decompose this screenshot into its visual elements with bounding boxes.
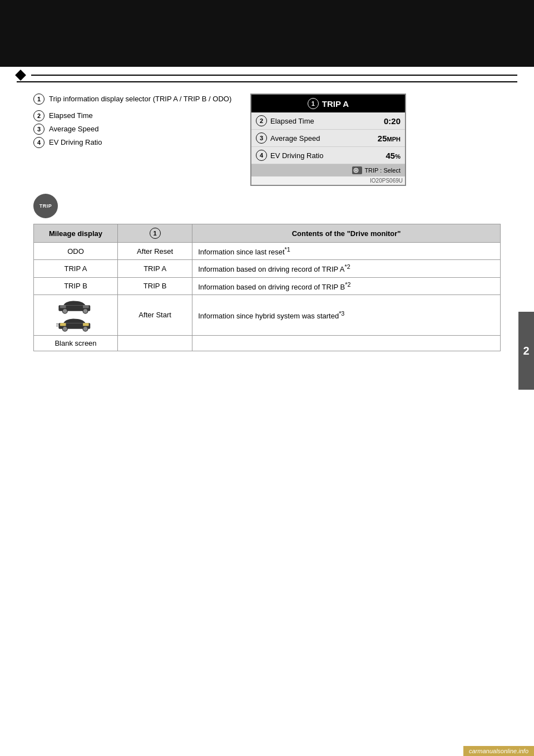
screen-circle-4: 4 — [256, 150, 267, 161]
svg-point-1 — [355, 169, 357, 171]
svg-rect-6 — [83, 305, 89, 308]
screen-row-speed: 3 Average Speed 25MPH — [251, 130, 405, 147]
footer-text: TRIP : Select — [364, 167, 400, 174]
screen-circle-1: 1 — [308, 98, 319, 109]
elapsed-value: 0:20 — [384, 116, 400, 126]
display-screen: 1 TRIP A 2 Elapsed Time 0:20 3 Average S… — [250, 94, 406, 186]
item-2: 2 Elapsed Time — [33, 110, 234, 121]
col-header-circle1: 1 — [118, 224, 192, 243]
ev-label: EV Driving Ratio — [270, 151, 386, 160]
top-black-bar — [0, 0, 534, 67]
item-1-text: Trip information display selector (TRIP … — [49, 94, 231, 105]
image-id: IO20PS069U — [251, 176, 405, 185]
blank-mileage: Blank screen — [34, 335, 118, 351]
car-icon-row — [39, 298, 112, 332]
table-row-tripb: TRIP B TRIP B Information based on drivi… — [34, 277, 501, 294]
car-icons-trigger: After Start — [118, 294, 192, 335]
table-row-odo: ODO After Reset Information since last r… — [34, 243, 501, 260]
circle-1: 1 — [33, 94, 44, 105]
screen-row-ev: 4 EV Driving Ratio 45% — [251, 147, 405, 164]
item-4-text: EV Driving Ratio — [49, 137, 102, 148]
circle-3: 3 — [33, 124, 44, 135]
odo-content: Information since last reset*1 — [192, 243, 501, 260]
item-3: 3 Average Speed — [33, 124, 234, 135]
screen-title: TRIP A — [322, 99, 349, 109]
table-circle-1: 1 — [150, 228, 161, 239]
trip-button-row: TRIP — [33, 194, 501, 218]
svg-rect-11 — [83, 323, 89, 326]
item-4: 4 EV Driving Ratio — [33, 137, 234, 148]
table-row-blank: Blank screen — [34, 335, 501, 351]
svg-point-4 — [83, 308, 88, 313]
col-header-mileage: Mileage display — [34, 224, 118, 243]
svg-rect-10 — [60, 323, 66, 326]
car-icons-content: Information since hybrid system was star… — [192, 294, 501, 335]
screen-footer: TRIP : Select — [251, 164, 405, 176]
chapter-tab: 2 — [518, 312, 534, 390]
svg-point-9 — [83, 326, 88, 331]
tripb-content: Information based on driving record of T… — [192, 277, 501, 294]
ev-value: 45% — [386, 151, 400, 160]
chapter-number: 2 — [523, 345, 529, 357]
screen-circle-2: 2 — [256, 115, 267, 126]
item-1: 1 Trip information display selector (TRI… — [33, 94, 234, 105]
svg-rect-5 — [60, 305, 66, 308]
table-row-car-icons: After Start Information since hybrid sys… — [34, 294, 501, 335]
tripb-trigger: TRIP B — [118, 277, 192, 294]
trip-select-icon — [352, 166, 362, 174]
speed-value: 25MPH — [378, 134, 400, 143]
item-2-text: Elapsed Time — [49, 110, 93, 121]
table-header-row: Mileage display 1 Contents of the "Drive… — [34, 224, 501, 243]
tripb-mileage: TRIP B — [34, 277, 118, 294]
blank-content — [192, 335, 501, 351]
col-header-contents: Contents of the "Drive monitor" — [192, 224, 501, 243]
trip-button[interactable]: TRIP — [33, 194, 58, 218]
circle-2: 2 — [33, 110, 44, 121]
speed-label: Average Speed — [270, 134, 378, 143]
header-line — [31, 75, 517, 76]
section-header — [17, 67, 517, 82]
odo-mileage: ODO — [34, 243, 118, 260]
diamond-icon — [15, 70, 26, 81]
top-section: 1 Trip information display selector (TRI… — [33, 94, 501, 186]
odo-trigger: After Reset — [118, 243, 192, 260]
circle-4: 4 — [33, 137, 44, 148]
left-descriptions: 1 Trip information display selector (TRI… — [33, 94, 234, 186]
table-row-tripa: TRIP A TRIP A Information based on drivi… — [34, 260, 501, 277]
car-icons-cell — [34, 294, 118, 335]
screen-title-row: 1 TRIP A — [251, 95, 405, 112]
screen-circle-3: 3 — [256, 132, 267, 144]
car-icon-on — [56, 316, 95, 332]
item-3-text: Average Speed — [49, 124, 98, 135]
watermark: carmanualsonline.info — [463, 746, 534, 756]
tripa-content: Information based on driving record of T… — [192, 260, 501, 277]
screen-row-elapsed: 2 Elapsed Time 0:20 — [251, 112, 405, 130]
car-icon-off — [56, 298, 95, 314]
blank-trigger — [118, 335, 192, 351]
main-content: 1 Trip information display selector (TRI… — [33, 94, 501, 351]
tripa-mileage: TRIP A — [34, 260, 118, 277]
items-list: 2 Elapsed Time 3 Average Speed 4 EV Driv… — [33, 110, 234, 148]
drive-monitor-table: Mileage display 1 Contents of the "Drive… — [33, 224, 501, 351]
elapsed-label: Elapsed Time — [270, 117, 384, 125]
tripa-trigger: TRIP A — [118, 260, 192, 277]
svg-point-3 — [62, 308, 67, 313]
svg-point-8 — [62, 326, 67, 331]
